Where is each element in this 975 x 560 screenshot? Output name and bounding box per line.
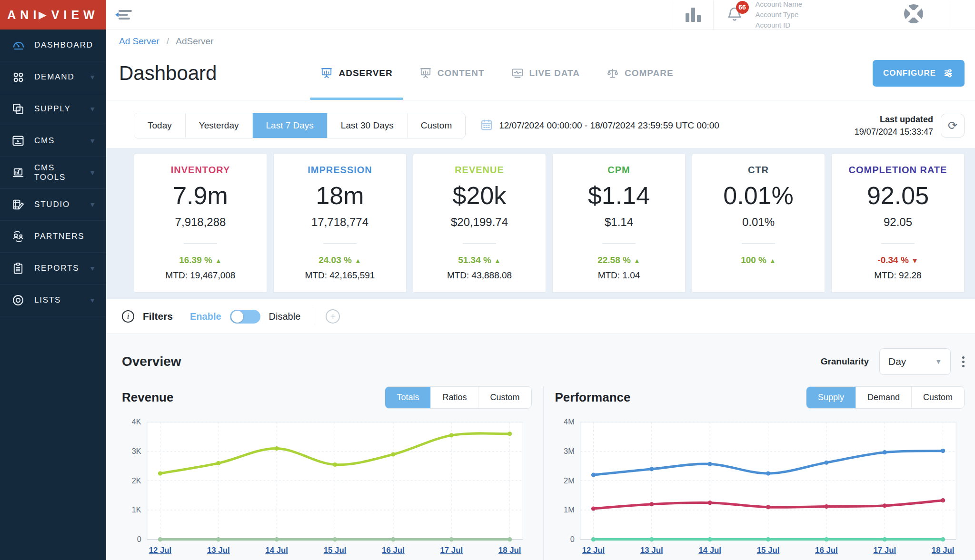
preset-yesterday[interactable]: Yesterday [186, 113, 253, 138]
kpi-exact-value: $1.14 [556, 216, 682, 229]
overview-title: Overview [122, 354, 181, 369]
preset-last-7-days[interactable]: Last 7 Days [253, 113, 328, 138]
kpi-card-impression[interactable]: IMPRESSION 18m 17,718,774 24.03 %▲ MTD: … [273, 154, 407, 293]
sidebar-collapse-icon[interactable] [119, 10, 135, 20]
sidebar-item-studio[interactable]: STUDIO ▼ [0, 189, 106, 221]
performance-chart-controls: Supply Demand Custom [806, 386, 965, 409]
breadcrumb: Ad Server / AdServer [119, 36, 965, 47]
divider [602, 243, 636, 244]
notification-badge: 66 [736, 1, 749, 14]
kpi-exact-value: 17,718,774 [277, 216, 403, 229]
breadcrumb-parent-link[interactable]: Ad Server [119, 36, 159, 46]
kpi-card-cpm[interactable]: CPM $1.14 $1.14 22.58 %▲ MTD: 1.04 [552, 154, 686, 293]
svg-text:18 Jul: 18 Jul [931, 546, 954, 555]
sidebar-item-cms-tools[interactable]: CMS TOOLS ▼ [0, 157, 106, 189]
preset-last-30-days[interactable]: Last 30 Days [328, 113, 408, 138]
overview-section: Overview Granularity Day ▼ Revenue Total… [106, 334, 975, 560]
sidebar-item-label: DASHBOARD [34, 40, 93, 50]
kpi-card-inventory[interactable]: INVENTORY 7.9m 7,918,288 16.39 %▲ MTD: 1… [134, 154, 267, 293]
tab-live-data[interactable]: LIVE DATA [498, 47, 593, 100]
sidebar-item-reports[interactable]: REPORTS ▼ [0, 253, 106, 285]
overview-menu-button[interactable] [962, 356, 965, 367]
logo-text-right: VIEW [51, 8, 99, 22]
divider [673, 0, 673, 29]
chart-title: Revenue [122, 390, 173, 405]
divider [881, 243, 915, 244]
sidebar-item-label: CMS TOOLS [34, 163, 89, 182]
sidebar-item-label: REPORTS [34, 264, 79, 273]
svg-text:1K: 1K [132, 505, 141, 514]
tab-label: LIVE DATA [529, 68, 580, 79]
account-id: Account ID [756, 20, 802, 30]
calendar-icon[interactable] [480, 118, 493, 133]
chevron-down-icon: ▼ [935, 358, 942, 365]
scale-icon [607, 67, 619, 79]
info-icon[interactable]: i [122, 310, 134, 323]
date-range-text[interactable]: 12/07/2024 00:00:00 - 18/07/2024 23:59:5… [499, 120, 719, 131]
chevron-down-icon: ▼ [89, 265, 96, 272]
kpi-value: $1.14 [556, 181, 682, 210]
tab-adserver[interactable]: ADSERVER [307, 47, 406, 100]
kpi-card-revenue[interactable]: REVENUE $20k $20,199.74 51.34 %▲ MTD: 43… [413, 154, 546, 293]
kpi-mtd [695, 270, 822, 281]
control-supply[interactable]: Supply [806, 387, 856, 408]
kpi-mtd: MTD: 92.28 [835, 270, 961, 281]
sidebar-item-supply[interactable]: SUPPLY ▼ [0, 93, 106, 125]
monitor-pulse-icon [511, 67, 524, 79]
granularity-select[interactable]: Day ▼ [879, 348, 951, 375]
top-bar: ANI ▶ VIEW 66 Account Name Account Type [0, 0, 975, 29]
configure-button[interactable]: CONFIGURE [873, 60, 965, 87]
sidebar-item-cms[interactable]: CMS ▼ [0, 125, 106, 157]
kpi-card-ctr[interactable]: CTR 0.01% 0.01% 100 %▲ [692, 154, 825, 293]
control-totals[interactable]: Totals [385, 387, 431, 408]
preset-custom[interactable]: Custom [408, 113, 465, 138]
aniview-logo: ANI ▶ VIEW [0, 0, 106, 29]
tab-content[interactable]: CONTENT [406, 47, 498, 100]
control-custom[interactable]: Custom [912, 387, 964, 408]
sidebar-item-partners[interactable]: PARTNERS [0, 221, 106, 253]
svg-text:14 Jul: 14 Jul [265, 546, 288, 555]
control-custom[interactable]: Custom [478, 387, 531, 408]
refresh-button[interactable]: ⟳ [941, 114, 965, 138]
control-ratios[interactable]: Ratios [431, 387, 478, 408]
film-edit-icon [11, 198, 28, 211]
sidebar-item-demand[interactable]: DEMAND ▼ [0, 61, 106, 93]
divider [742, 243, 775, 244]
gauge-icon [11, 38, 28, 52]
analytics-bars-icon[interactable] [686, 8, 701, 22]
people-sync-icon [11, 230, 28, 243]
kpi-change: 16.39 %▲ [137, 255, 264, 265]
kpi-title: INVENTORY [137, 165, 264, 176]
svg-text:18 Jul: 18 Jul [498, 546, 521, 555]
kpi-mtd: MTD: 1.04 [556, 270, 682, 281]
avatar[interactable] [902, 2, 925, 27]
chevron-down-icon: ▼ [89, 73, 96, 81]
logo-text-left: ANI [7, 8, 40, 22]
sidebar-item-dashboard[interactable]: DASHBOARD [0, 29, 106, 61]
chevron-down-icon: ▼ [89, 105, 96, 113]
presentation-chart-icon [419, 67, 432, 79]
sidebar-item-lists[interactable]: LISTS ▼ [0, 285, 106, 316]
kpi-title: COMPLETION RATE [835, 165, 961, 176]
revenue-chart: 01K2K3K4K12 Jul13 Jul14 Jul15 Jul16 Jul1… [122, 416, 532, 560]
performance-chart-panel: Performance Supply Demand Custom 01M2M3M… [543, 386, 965, 560]
filters-disable-label[interactable]: Disable [269, 311, 301, 322]
preset-today[interactable]: Today [134, 113, 186, 138]
svg-text:3M: 3M [564, 447, 575, 455]
notifications-button[interactable]: 66 [726, 5, 743, 25]
divider [313, 308, 313, 325]
tab-compare[interactable]: COMPARE [593, 47, 687, 100]
grid-dots-icon [11, 70, 28, 84]
control-demand[interactable]: Demand [856, 387, 912, 408]
kpi-title: REVENUE [416, 165, 543, 176]
svg-text:13 Jul: 13 Jul [207, 546, 230, 555]
divider [950, 0, 950, 29]
kpi-value: 92.05 [835, 181, 961, 210]
add-filter-button[interactable]: + [326, 309, 340, 324]
kpi-card-completion-rate[interactable]: COMPLETION RATE 92.05 92.05 -0.34 %▼ MTD… [831, 154, 965, 293]
kpi-mtd: MTD: 42,165,591 [277, 270, 403, 281]
svg-text:2K: 2K [132, 476, 141, 485]
filters-enable-label[interactable]: Enable [190, 311, 221, 322]
tab-label: ADSERVER [338, 68, 392, 79]
filters-toggle[interactable] [230, 310, 260, 324]
